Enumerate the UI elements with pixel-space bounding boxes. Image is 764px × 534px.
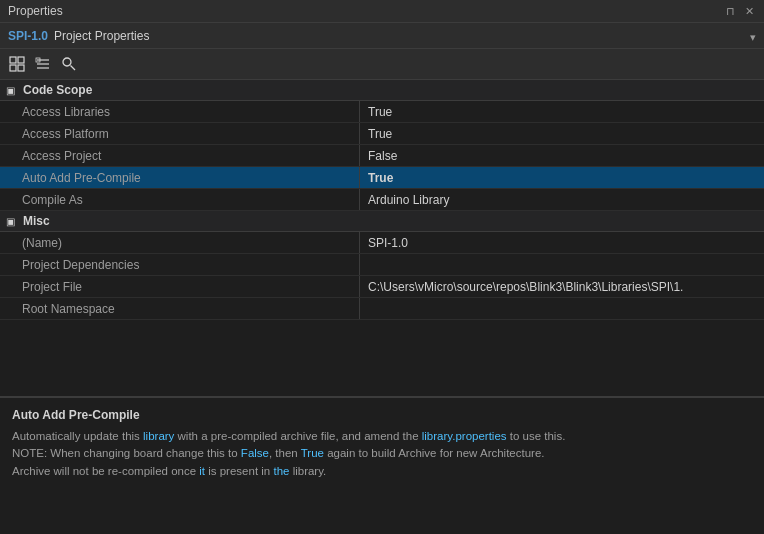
- toolbar-button-2[interactable]: [32, 53, 54, 75]
- section-label-code-scope: Code Scope: [23, 83, 92, 97]
- prop-auto-add-precompile[interactable]: Auto Add Pre-Compile True: [0, 167, 764, 189]
- section-label-misc: Misc: [23, 214, 50, 228]
- prop-name-access-libraries: Access Libraries: [0, 101, 360, 122]
- prop-name-field[interactable]: (Name) SPI-1.0: [0, 232, 764, 254]
- description-title: Auto Add Pre-Compile: [12, 408, 752, 422]
- properties-grid: ▣ Code Scope Access Libraries True Acces…: [0, 80, 764, 396]
- prop-access-project[interactable]: Access Project False: [0, 145, 764, 167]
- close-button[interactable]: ✕: [743, 5, 756, 18]
- prop-value-access-libraries: True: [360, 101, 764, 122]
- desc-library-link: library: [143, 430, 174, 442]
- title-bar-controls: ⊓ ✕: [724, 5, 756, 18]
- search-icon: [61, 56, 77, 72]
- prop-value-project-dependencies: [360, 254, 764, 275]
- category-icon: [9, 56, 25, 72]
- prop-name-project-dependencies: Project Dependencies: [0, 254, 360, 275]
- prop-name-auto-add-precompile: Auto Add Pre-Compile: [0, 167, 360, 188]
- svg-rect-3: [18, 65, 24, 71]
- project-name: SPI-1.0: [8, 29, 48, 43]
- prop-root-namespace[interactable]: Root Namespace: [0, 298, 764, 320]
- desc-line-2-part2: , then: [269, 447, 301, 459]
- desc-the-link: the: [273, 465, 289, 477]
- desc-line-2-part1: NOTE: When changing board change this to: [12, 447, 241, 459]
- tab-bar: SPI-1.0 Project Properties ▾: [0, 23, 764, 49]
- prop-access-libraries[interactable]: Access Libraries True: [0, 101, 764, 123]
- desc-line-3-part2: is present in: [205, 465, 273, 477]
- toolbar-button-search[interactable]: [58, 53, 80, 75]
- prop-value-access-platform: True: [360, 123, 764, 144]
- svg-line-9: [71, 66, 76, 71]
- svg-point-8: [63, 58, 71, 66]
- prop-access-platform[interactable]: Access Platform True: [0, 123, 764, 145]
- prop-name-name: (Name): [0, 232, 360, 253]
- prop-value-name: SPI-1.0: [360, 232, 764, 253]
- desc-line-2-part3: again to build Archive for new Architect…: [324, 447, 545, 459]
- desc-false-link: False: [241, 447, 269, 459]
- prop-project-dependencies[interactable]: Project Dependencies: [0, 254, 764, 276]
- svg-rect-2: [10, 65, 16, 71]
- desc-true-link: True: [301, 447, 324, 459]
- prop-name-compile-as: Compile As: [0, 189, 360, 210]
- section-code-scope[interactable]: ▣ Code Scope: [0, 80, 764, 101]
- desc-line-3-part3: library.: [289, 465, 326, 477]
- prop-project-file[interactable]: Project File C:\Users\vMicro\source\repo…: [0, 276, 764, 298]
- prop-compile-as[interactable]: Compile As Arduino Library: [0, 189, 764, 211]
- prop-value-auto-add-precompile: True: [360, 167, 764, 188]
- prop-name-access-project: Access Project: [0, 145, 360, 166]
- main-content: ▣ Code Scope Access Libraries True Acces…: [0, 80, 764, 526]
- svg-rect-1: [18, 57, 24, 63]
- prop-value-compile-as: Arduino Library: [360, 189, 764, 210]
- list-icon: [35, 56, 51, 72]
- window-title: Properties: [8, 4, 63, 18]
- toolbar-button-1[interactable]: [6, 53, 28, 75]
- prop-name-access-platform: Access Platform: [0, 123, 360, 144]
- desc-library-props-link: library.properties: [422, 430, 507, 442]
- desc-line-1-part1: Automatically update this: [12, 430, 143, 442]
- description-text: Automatically update this library with a…: [12, 428, 752, 480]
- collapse-icon-misc: ▣: [6, 216, 18, 227]
- prop-name-project-file: Project File: [0, 276, 360, 297]
- desc-line-3-part1: Archive will not be re-compiled once: [12, 465, 199, 477]
- section-misc[interactable]: ▣ Misc: [0, 211, 764, 232]
- tab-dropdown-button[interactable]: ▾: [750, 31, 756, 44]
- prop-value-access-project: False: [360, 145, 764, 166]
- description-panel: Auto Add Pre-Compile Automatically updat…: [0, 396, 764, 526]
- prop-value-root-namespace: [360, 298, 764, 319]
- tab-label: Project Properties: [54, 29, 149, 43]
- toolbar: [0, 49, 764, 80]
- desc-line-1-part3: to use this.: [507, 430, 566, 442]
- pin-button[interactable]: ⊓: [724, 5, 737, 18]
- collapse-icon-code-scope: ▣: [6, 85, 18, 96]
- prop-name-root-namespace: Root Namespace: [0, 298, 360, 319]
- tab-title: SPI-1.0 Project Properties: [8, 29, 149, 45]
- desc-line-1-part2: with a pre-compiled archive file, and am…: [174, 430, 421, 442]
- svg-rect-0: [10, 57, 16, 63]
- title-bar: Properties ⊓ ✕: [0, 0, 764, 23]
- prop-value-project-file: C:\Users\vMicro\source\repos\Blink3\Blin…: [360, 276, 764, 297]
